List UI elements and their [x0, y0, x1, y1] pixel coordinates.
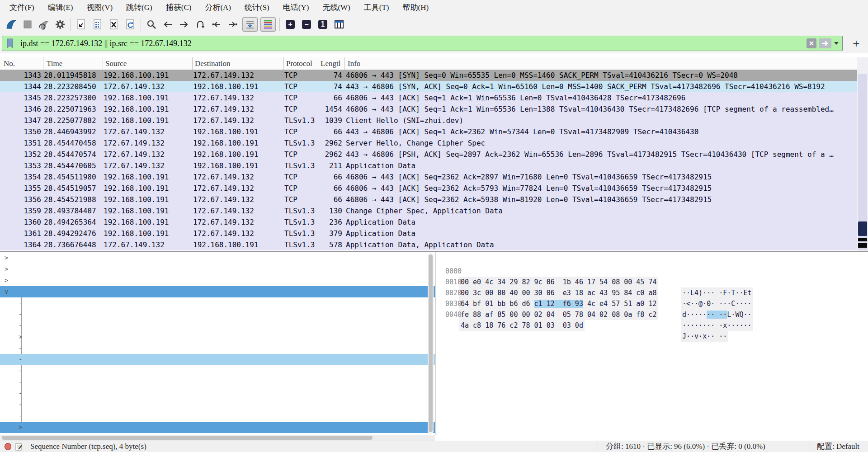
go-forward-icon[interactable]	[177, 18, 191, 31]
filter-bookmark-icon[interactable]	[6, 38, 14, 49]
colorize-toggle[interactable]	[260, 17, 276, 32]
hex-bytes[interactable]: fe 88 af 85 00 00 02 04 05 78 04 02 08 0…	[459, 309, 658, 320]
column-separator[interactable]	[192, 57, 193, 70]
menu-item[interactable]: 分析(A)	[198, 0, 238, 15]
expander-icon[interactable]: >	[5, 264, 8, 275]
column-separator[interactable]	[344, 57, 345, 70]
expander-icon[interactable]: -	[19, 343, 22, 354]
menu-item[interactable]: 捕获(C)	[159, 0, 198, 15]
column-header-protocol[interactable]: Protocol	[286, 57, 312, 70]
expander-icon[interactable]: -	[19, 388, 22, 399]
detail-row[interactable]: - [Stream index: 108]	[0, 320, 435, 331]
hex-row[interactable]: 0040 4a c8 18 76 c2 78 01 03 03 0d J··v·…	[437, 298, 868, 309]
column-separator[interactable]	[319, 57, 319, 70]
go-back-icon[interactable]	[161, 18, 175, 31]
find-packet-icon[interactable]	[145, 18, 158, 31]
stop-capture-icon[interactable]	[21, 18, 34, 31]
detail-row[interactable]: - Acknowledgment Number: 1 (relative ack…	[0, 388, 435, 399]
hex-bytes[interactable]: 4a c8 18 76 c2 78 01 03 03 0d	[459, 320, 585, 331]
detail-scrollbar-thumb[interactable]	[429, 254, 433, 432]
menu-item[interactable]: 帮助(H)	[396, 0, 435, 15]
scrollbar-thumb[interactable]	[858, 221, 867, 236]
detail-row[interactable]: > Internet Protocol Version 4, Src: 172.…	[0, 275, 435, 286]
resize-columns-icon[interactable]	[332, 18, 346, 31]
menu-item[interactable]: 电话(Y)	[276, 0, 316, 15]
menu-item[interactable]: 无线(W)	[316, 0, 357, 15]
menu-item[interactable]: 文件(F)	[3, 0, 41, 15]
pane-splitter[interactable]	[0, 251, 868, 252]
close-file-icon[interactable]	[107, 18, 121, 31]
expander-icon[interactable]: -	[19, 320, 22, 331]
menu-item[interactable]: 工具(T)	[357, 0, 396, 15]
detail-row[interactable]: > Flags: 0x012 (SYN, ACK)	[0, 422, 435, 433]
expander-icon[interactable]: >	[19, 331, 22, 343]
detail-row[interactable]: - Source Port: 443	[0, 297, 435, 309]
hex-row[interactable]: 0000 00 e0 4c 34 29 82 9c 06 1b 46 17 54…	[437, 255, 868, 266]
packet-row[interactable]: 1353 28.454470605 172.67.149.132 192.168…	[0, 160, 857, 171]
expander-icon[interactable]: >	[19, 422, 22, 433]
zoom-original-icon[interactable]: 1	[316, 18, 330, 31]
horizontal-scrollbar-thumb[interactable]	[2, 436, 373, 440]
save-file-icon[interactable]	[91, 18, 104, 31]
hex-ascii[interactable]: ········ ·x······	[681, 320, 753, 331]
hex-ascii[interactable]: d······· ··L·WQ··	[681, 309, 753, 320]
column-header-length[interactable]: Lengtl	[321, 57, 340, 70]
packet-row[interactable]: 1354 28.454511980 192.168.100.191 172.67…	[0, 171, 857, 183]
expander-icon[interactable]: -	[19, 297, 22, 309]
display-filter-input[interactable]: ip.dst == 172.67.149.132 || ip.src == 17…	[2, 36, 843, 51]
detail-row[interactable]: - Sequence Number (raw): 3239245459	[0, 365, 435, 377]
packet-row[interactable]: 1360 28.494265364 192.168.100.191 172.67…	[0, 217, 857, 228]
expert-info-icon[interactable]	[5, 443, 11, 450]
detail-row[interactable]: > Frame 1344: 74 bytes on wire (592 bits…	[0, 252, 435, 264]
capture-comment-icon[interactable]	[15, 443, 23, 452]
column-separator[interactable]	[283, 57, 284, 70]
packet-row[interactable]: 1352 28.454470574 172.67.149.132 192.168…	[0, 149, 857, 160]
start-capture-icon[interactable]	[5, 18, 18, 31]
column-separator[interactable]	[43, 57, 43, 70]
detail-row[interactable]: v Transmission Control Protocol, Src Por…	[0, 286, 435, 297]
zoom-in-icon[interactable]: +	[283, 18, 297, 31]
menu-item[interactable]: 编辑(E)	[41, 0, 80, 15]
packet-row[interactable]: 1347 28.225077882 192.168.100.191 172.67…	[0, 115, 857, 126]
filter-add-button[interactable]: +	[847, 34, 865, 53]
hex-row[interactable]: 0010 00 3c 00 00 40 00 30 06 e3 18 ac 43…	[437, 266, 868, 277]
packet-row[interactable]: 1350 28.446943992 172.67.149.132 192.168…	[0, 126, 857, 137]
packet-row[interactable]: 1346 28.225071963 192.168.100.191 172.67…	[0, 104, 857, 115]
restart-capture-icon[interactable]	[37, 18, 51, 31]
detail-row[interactable]: > [Conversation completeness: Incomplete…	[0, 331, 435, 343]
go-to-packet-icon[interactable]	[193, 18, 207, 31]
go-last-packet-icon[interactable]	[226, 18, 240, 31]
packet-row[interactable]: 1351 28.454470458 172.67.149.132 192.168…	[0, 137, 857, 149]
packet-row[interactable]: 1345 28.223257300 192.168.100.191 172.67…	[0, 92, 857, 104]
reload-file-icon[interactable]	[123, 18, 137, 31]
pane-divider[interactable]	[435, 252, 436, 435]
detail-row[interactable]: - [Next Sequence Number: 1 (relative seq…	[0, 377, 435, 388]
column-header-no[interactable]: No.	[4, 57, 15, 70]
expander-icon[interactable]: -	[19, 399, 22, 410]
expander-icon[interactable]: -	[19, 354, 22, 365]
packet-row[interactable]: 1364 28.736676448 172.67.149.132 192.168…	[0, 239, 857, 250]
menu-item[interactable]: 视图(V)	[80, 0, 120, 15]
expander-icon[interactable]: v	[5, 286, 8, 297]
expander-icon[interactable]: -	[19, 377, 22, 388]
expander-icon[interactable]: -	[19, 309, 22, 320]
filter-clear-icon[interactable]	[807, 38, 816, 48]
detail-row[interactable]: - [TCP Segment Len: 0]	[0, 343, 435, 354]
expander-icon[interactable]: -	[19, 365, 22, 377]
menu-item[interactable]: 统计(S)	[238, 0, 276, 15]
column-header-time[interactable]: Time	[47, 57, 62, 70]
column-header-destination[interactable]: Destination	[195, 57, 230, 70]
menu-item[interactable]: 跳转(G)	[119, 0, 159, 15]
packet-row[interactable]: 1343 28.011945818 192.168.100.191 172.67…	[0, 70, 857, 81]
auto-scroll-toggle[interactable]	[242, 17, 258, 32]
packet-list-scrollbar[interactable]	[857, 57, 868, 251]
open-file-icon[interactable]	[75, 18, 88, 31]
packet-row[interactable]: 1359 28.493784407 192.168.100.191 172.67…	[0, 205, 857, 217]
packet-row[interactable]: 1355 28.454519057 192.168.100.191 172.67…	[0, 183, 857, 194]
detail-row[interactable]: - Acknowledgment number (raw): 129003297…	[0, 399, 435, 410]
detail-row[interactable]: - Destination Port: 46806	[0, 309, 435, 320]
column-header-source[interactable]: Source	[105, 57, 127, 70]
filter-dropdown-caret-icon[interactable]	[834, 42, 839, 45]
hex-row[interactable]: 0030 fe 88 af 85 00 00 02 04 05 78 04 02…	[437, 287, 868, 298]
packet-row[interactable]: 1344 28.223208450 172.67.149.132 192.168…	[0, 81, 857, 92]
